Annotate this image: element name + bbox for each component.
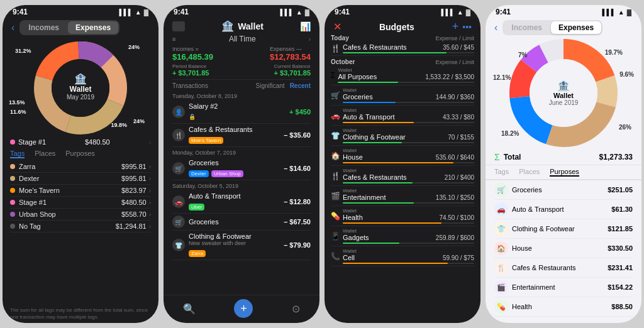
budget-all-bar <box>338 82 397 83</box>
exp-cloth-amount: $121.85 <box>608 225 633 232</box>
toggle-incomes-1[interactable]: Incomes <box>21 21 67 34</box>
donut-chart-4: 🏦 Wallet June 2019 19.7% 9.6% 26% 18.2% … <box>486 36 641 150</box>
period-label[interactable]: All Time <box>229 35 256 43</box>
budget-groceries[interactable]: 🛒 Wallet Groceries 144.90 / $360 <box>331 85 474 106</box>
budget-clothing[interactable]: 👕 Wallet Clothing & Footwear 70 / $155 <box>331 126 474 146</box>
exp-health[interactable]: 💊 Health $88.50 <box>494 297 633 317</box>
legend-stage[interactable]: Stage #1 $480.50 › <box>10 197 151 209</box>
tx-groceries1-name: Groceries <box>189 159 243 167</box>
budget-cafes[interactable]: 🍴 Wallet Cafes & Restaurants 210 / $400 <box>331 166 474 186</box>
period-row: ≡ All Time › <box>164 33 319 45</box>
budget-gadgets-left: 📱 Wallet Gadgets 259.89 / $600 <box>331 228 474 244</box>
tx-groceries2[interactable]: 🛒 Groceries – $67.50 <box>172 214 311 231</box>
legend-urban[interactable]: Urban Shop $558.70 › <box>10 209 151 221</box>
toggle-incomes-4[interactable]: Incomes <box>504 21 550 34</box>
legend-name-zarra: Zarra <box>19 163 121 170</box>
budget-house[interactable]: 🏠 Wallet House 535.60 / $640 <box>331 146 474 166</box>
status-icons-2: ▌▌▌ ▲ ▓ <box>280 9 309 16</box>
more-icon[interactable]: ••• <box>462 22 472 32</box>
exp-health-name: Health <box>512 303 532 310</box>
legend-zarra[interactable]: Zarra $995.81 › <box>10 161 151 173</box>
toggle-bottom-icon[interactable]: ⊙ <box>292 303 300 315</box>
budget-all-bar-bg <box>338 82 474 83</box>
wallet-icon-4: 🏦 <box>549 80 579 92</box>
menu-icon[interactable] <box>172 21 185 31</box>
uber-tag[interactable]: Uber <box>189 204 204 210</box>
tx-clothing[interactable]: 👕 Clothing & Footwear New sweater with d… <box>172 231 311 260</box>
tab-significant[interactable]: Significant <box>256 82 285 89</box>
close-icon[interactable]: ✕ <box>333 21 341 33</box>
exp-health-amount: $88.50 <box>611 303 633 310</box>
exp-groceries[interactable]: 🛒 Groceries $251.05 <box>494 180 633 200</box>
back-button-1[interactable]: ‹ <box>11 22 14 33</box>
search-bottom-icon[interactable]: 🔍 <box>183 303 196 315</box>
budget-health-amounts: 74.50 / $100 <box>439 214 474 221</box>
budget-cell[interactable]: 📞 Wallet Cell 59.90 / $75 <box>331 246 474 266</box>
budget-cell-left: 📞 Wallet Cell 59.90 / $75 <box>331 248 474 264</box>
tx-tabs: Significant Recent <box>256 82 311 89</box>
budget-cafes-bar <box>343 182 413 183</box>
entertainment-icon-3: 🎬 <box>331 192 340 200</box>
wallet-label-4: Wallet <box>549 92 579 99</box>
time-4: 9:41 <box>496 8 511 16</box>
budget-gadgets[interactable]: 📱 Wallet Gadgets 259.89 / $600 <box>331 226 474 246</box>
budget-health[interactable]: 💊 Wallet Health 74.50 / $100 <box>331 206 474 226</box>
today-cafes-item[interactable]: 🍴 Cafes & Restaurants 35.60 / $45 <box>331 41 474 56</box>
tab-recent[interactable]: Recent <box>290 82 311 89</box>
legend-name-dexter: Dexter <box>19 175 121 182</box>
tag-tags[interactable]: Tags <box>10 150 25 158</box>
tx-salary-lock: 🔒 <box>189 114 196 120</box>
moes-tag[interactable]: Moe's Tavern <box>189 137 223 144</box>
exp-house-left: 🏠 House <box>494 241 532 255</box>
exp-auto[interactable]: 🚗 Auto & Transport $61.30 <box>494 200 633 219</box>
dexter-tag[interactable]: Dexter <box>189 170 209 177</box>
exp-clothing[interactable]: 👕 Clothing & Footwear $121.85 <box>494 219 633 239</box>
exp-house[interactable]: 🏠 House $330.50 <box>494 239 633 258</box>
cell-icon-3: 📞 <box>331 252 340 261</box>
urban-tag[interactable]: Urban Shop <box>211 170 243 177</box>
tx-groceries2-info: Groceries <box>189 218 219 226</box>
tx-groceries1[interactable]: 🛒 Groceries Dexter Urban Shop – $14.60 <box>172 157 311 180</box>
exp-cafes[interactable]: 🍴 Cafes & Restaurants $231.41 <box>494 258 633 278</box>
back-button-4[interactable]: ‹ <box>494 22 497 33</box>
legend-notag[interactable]: No Tag $1,294.81 › <box>10 221 151 232</box>
exp-health-icon: 💊 <box>494 300 508 314</box>
exp-cloth-left: 👕 Clothing & Footwear <box>494 222 575 236</box>
budget-cloth-info: Wallet Clothing & Footwear 70 / $155 <box>343 128 474 143</box>
budget-entertainment[interactable]: 🎬 Wallet Entertainment 135.10 / $250 <box>331 186 474 206</box>
toggle-group-1: Incomes Expenses <box>19 20 119 35</box>
add-button[interactable]: + <box>234 299 253 318</box>
stage-amount: $480.50 <box>85 138 110 146</box>
zarra-tag[interactable]: Zarra <box>189 250 206 257</box>
tag-purposes-4[interactable]: Purposes <box>550 168 579 177</box>
budget-auto[interactable]: 🚗 Wallet Auto & Transport 43.33 / $80 <box>331 106 474 126</box>
groceries-icon-3: 🛒 <box>331 91 340 100</box>
add-budget-icon[interactable]: + <box>452 20 459 33</box>
budget-all-purposes[interactable]: Σ Wallet All Purposes 1,533.22 / $3,500 <box>331 65 474 85</box>
wallet-name: Wallet <box>238 21 264 31</box>
budget-cafes-info: Wallet Cafes & Restaurants 210 / $400 <box>343 168 474 183</box>
toggle-expenses-4[interactable]: Expenses <box>551 21 601 34</box>
exp-entertainment[interactable]: 🎬 Entertainment $154.22 <box>494 278 633 297</box>
legend-arrow-notag: › <box>149 223 151 230</box>
legend-dexter[interactable]: Dexter $995.81 › <box>10 173 151 185</box>
today-cafes-bar <box>343 52 447 53</box>
budget-groc-wallet: Wallet <box>343 87 474 93</box>
tx-auto[interactable]: 🚗 Auto & Transport Uber – $12.80 <box>172 190 311 214</box>
toggle-expenses-1[interactable]: Expenses <box>68 21 118 34</box>
chart-icon[interactable]: 📊 <box>300 21 311 31</box>
today-cafes-info: Cafes & Restaurants 35.60 / $45 <box>343 43 474 53</box>
legend-moes[interactable]: Moe's Tavern $823.97 › <box>10 185 151 197</box>
tag-tags-4[interactable]: Tags <box>494 168 509 177</box>
tag-purposes[interactable]: Purposes <box>65 150 94 158</box>
tx-cafes[interactable]: 🍴 Cafes & Restaurants Moe's Tavern – $35… <box>172 124 311 147</box>
tag-places[interactable]: Places <box>35 150 55 158</box>
budget-health-wallet: Wallet <box>343 208 474 214</box>
amounts-row: Incomes = $16,485.39 Expenses — $12,783.… <box>164 45 319 63</box>
signal-icon: ▌▌▌ <box>119 9 133 16</box>
legend-dot-zarra <box>10 164 15 169</box>
tx-salary[interactable]: 👤 Salary #2 🔒 + $450 <box>172 101 311 124</box>
budget-list: Today Expense / Limit 🍴 Cafes & Restaura… <box>325 35 480 323</box>
tag-places-4[interactable]: Places <box>519 168 540 177</box>
phone3: 9:41 ▌▌▌ ▲ ▓ ✕ Budgets + ••• Today Expen… <box>325 5 480 323</box>
